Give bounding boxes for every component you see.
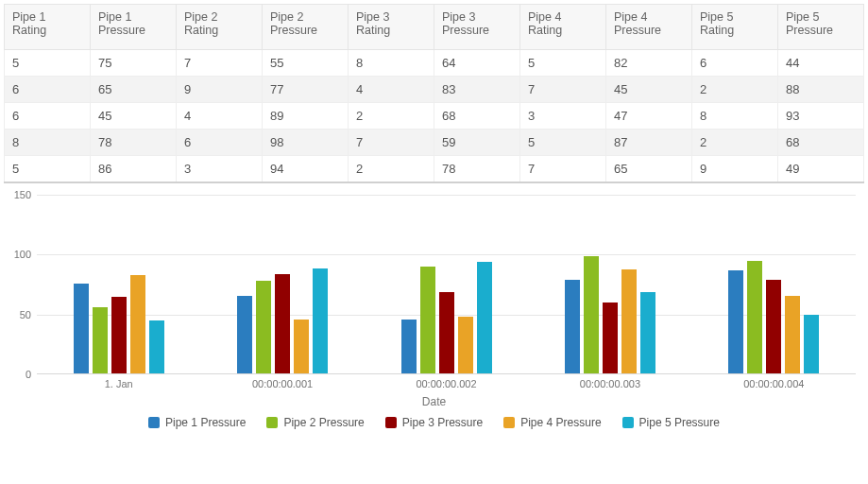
- table-cell: 7: [349, 130, 434, 156]
- bar: [256, 281, 271, 373]
- table-cell: 8: [349, 50, 434, 77]
- legend-label: Pipe 4 Pressure: [520, 416, 601, 429]
- x-axis-label: Date: [7, 395, 861, 408]
- table-cell: 9: [692, 156, 778, 183]
- column-header: Pipe 4 Pressure: [606, 5, 692, 50]
- x-tick-label: 00:00:00.001: [200, 378, 365, 389]
- table-cell: 94: [263, 156, 349, 183]
- table-body: 5757558645826446659774837452886454892683…: [5, 50, 864, 183]
- table-cell: 2: [692, 77, 778, 103]
- pipe-data-table: Pipe 1 RatingPipe 1 PressurePipe 2 Ratin…: [4, 4, 864, 183]
- table-row: 586394278765949: [5, 156, 864, 183]
- bar: [728, 270, 743, 373]
- legend-label: Pipe 3 Pressure: [402, 416, 483, 429]
- bar: [747, 261, 762, 373]
- y-tick-label: 0: [7, 369, 31, 380]
- legend-label: Pipe 5 Pressure: [639, 416, 720, 429]
- bar: [477, 262, 492, 373]
- legend-swatch: [622, 417, 634, 428]
- table-cell: 7: [520, 156, 606, 183]
- table-cell: 6: [5, 77, 91, 103]
- table-cell: 55: [263, 50, 349, 77]
- table-header: Pipe 1 RatingPipe 1 PressurePipe 2 Ratin…: [5, 5, 864, 50]
- bar: [111, 297, 127, 373]
- table-cell: 8: [692, 103, 778, 130]
- bar: [313, 268, 328, 373]
- column-header: Pipe 1 Pressure: [91, 5, 177, 50]
- table-cell: 59: [434, 130, 520, 156]
- bar: [458, 317, 473, 373]
- column-header: Pipe 3 Rating: [349, 5, 434, 50]
- legend-item: Pipe 3 Pressure: [385, 416, 483, 429]
- bar: [237, 296, 252, 373]
- bar-group: [528, 195, 691, 373]
- table-cell: 5: [5, 50, 91, 77]
- legend-label: Pipe 2 Pressure: [283, 416, 364, 429]
- table-cell: 2: [349, 156, 434, 183]
- bar: [420, 267, 435, 373]
- column-header: Pipe 3 Pressure: [434, 5, 520, 50]
- bar: [294, 320, 309, 373]
- table-cell: 64: [434, 50, 520, 77]
- table-cell: 7: [520, 77, 606, 103]
- x-tick-label: 00:00:00.003: [528, 378, 692, 389]
- table-cell: 5: [5, 156, 91, 183]
- table-cell: 65: [91, 77, 177, 103]
- table-cell: 2: [692, 130, 778, 156]
- table-cell: 45: [606, 77, 692, 103]
- bar: [785, 296, 800, 373]
- table-cell: 5: [520, 50, 606, 77]
- column-header: Pipe 2 Rating: [177, 5, 263, 50]
- legend-swatch: [503, 417, 515, 428]
- x-tick-label: 00:00:00.004: [691, 378, 856, 389]
- legend-item: Pipe 5 Pressure: [622, 416, 720, 429]
- table-cell: 88: [778, 77, 864, 103]
- bar: [74, 284, 89, 373]
- bar: [130, 275, 145, 373]
- table-cell: 82: [606, 50, 692, 77]
- legend-item: Pipe 4 Pressure: [503, 416, 601, 429]
- bar: [275, 274, 290, 373]
- column-header: Pipe 2 Pressure: [263, 5, 349, 50]
- legend-swatch: [385, 417, 397, 428]
- pressure-bar-chart: 050100150 1. Jan00:00:00.00100:00:00.002…: [7, 189, 861, 435]
- table-cell: 83: [434, 77, 520, 103]
- bar-group: [365, 195, 528, 373]
- bar: [565, 280, 580, 373]
- table-row: 575755864582644: [5, 50, 864, 77]
- bar: [584, 256, 599, 373]
- table-cell: 65: [606, 156, 692, 183]
- table-cell: 98: [263, 130, 349, 156]
- bar: [621, 269, 637, 373]
- bar-group: [692, 195, 856, 373]
- y-tick-label: 100: [7, 249, 31, 260]
- table-cell: 93: [778, 103, 864, 130]
- column-header: Pipe 4 Rating: [520, 5, 606, 50]
- column-header: Pipe 5 Rating: [692, 5, 778, 50]
- x-tick-label: 1. Jan: [37, 378, 201, 389]
- bar: [766, 280, 781, 373]
- column-header: Pipe 1 Rating: [5, 5, 91, 50]
- table-cell: 75: [91, 50, 177, 77]
- table-cell: 47: [606, 103, 692, 130]
- table-cell: 6: [5, 103, 91, 130]
- table-cell: 68: [778, 130, 864, 156]
- bar-group: [37, 195, 200, 373]
- table-cell: 4: [349, 77, 434, 103]
- table-cell: 87: [606, 130, 692, 156]
- table-cell: 3: [177, 156, 263, 183]
- column-header: Pipe 5 Pressure: [778, 5, 864, 50]
- y-tick-label: 50: [7, 309, 31, 320]
- bar: [401, 320, 417, 373]
- table-cell: 6: [177, 130, 263, 156]
- legend-item: Pipe 2 Pressure: [266, 416, 364, 429]
- table-cell: 86: [91, 156, 177, 183]
- table-row: 665977483745288: [5, 77, 864, 103]
- table-cell: 68: [434, 103, 520, 130]
- bar: [640, 292, 655, 373]
- x-tick-label: 00:00:00.002: [365, 378, 529, 389]
- table-cell: 4: [177, 103, 263, 130]
- table-cell: 45: [91, 103, 177, 130]
- table-cell: 49: [778, 156, 864, 183]
- table-cell: 78: [91, 130, 177, 156]
